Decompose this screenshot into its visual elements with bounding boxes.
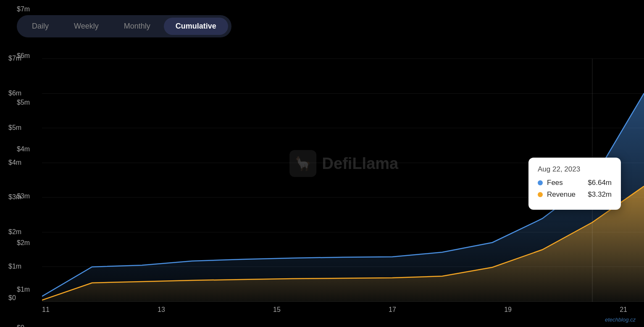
x-label-13: 13 [158, 306, 165, 314]
x-label-11: 11 [42, 306, 50, 314]
tooltip-fees-value: $6.64m [588, 179, 612, 187]
x-axis: 11 13 15 17 19 21 [42, 306, 627, 314]
attribution: etechblog.cz [605, 316, 636, 323]
chart-container: Daily Weekly Monthly Cumulative $7m $6m … [0, 0, 644, 327]
y-label-4m-pos: $4m [8, 159, 21, 166]
tooltip-fees-label: Fees [547, 179, 584, 187]
y-label-7m: $7m [17, 6, 30, 13]
y-label-7m-pos: $7m [8, 55, 21, 62]
y-label-6m-pos: $6m [8, 90, 21, 97]
tooltip-revenue-dot [538, 192, 543, 197]
tab-weekly[interactable]: Weekly [62, 18, 110, 35]
x-label-19: 19 [504, 306, 512, 314]
tab-cumulative[interactable]: Cumulative [164, 18, 228, 35]
y-label-0-pos: $0 [8, 294, 16, 302]
y-label-0: $0 [17, 324, 24, 327]
y-label-1m-pos: $1m [8, 263, 21, 270]
tooltip-fees-row: Fees $6.64m [538, 179, 612, 187]
tooltip-date: Aug 22, 2023 [538, 165, 612, 174]
x-label-17: 17 [389, 306, 396, 314]
y-label-5m-pos: $5m [8, 124, 21, 132]
tooltip-revenue-value: $3.32m [588, 190, 612, 199]
tab-daily[interactable]: Daily [20, 18, 60, 35]
tab-bar: Daily Weekly Monthly Cumulative [17, 15, 231, 37]
x-label-21: 21 [620, 306, 627, 314]
tooltip-fees-dot [538, 180, 543, 185]
tooltip-revenue-row: Revenue $3.32m [538, 190, 612, 199]
tooltip: Aug 22, 2023 Fees $6.64m Revenue $3.32m [528, 158, 621, 210]
tooltip-revenue-label: Revenue [547, 190, 584, 199]
y-label-2m-pos: $2m [8, 228, 21, 236]
x-label-15: 15 [273, 306, 281, 314]
y-label-3m-pos: $3m [8, 193, 21, 201]
tab-monthly[interactable]: Monthly [112, 18, 162, 35]
